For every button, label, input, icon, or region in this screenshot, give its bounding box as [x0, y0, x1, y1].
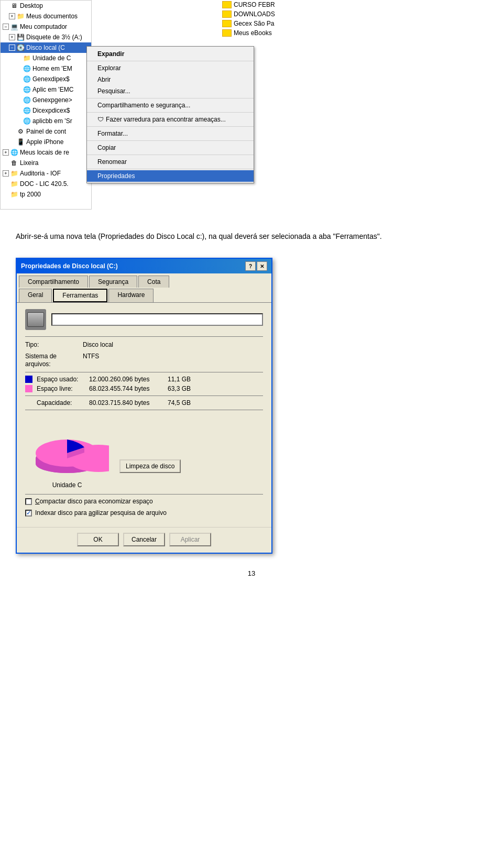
separator-7 [87, 169, 254, 169]
tabs-row-1: Compartilhamento Segurança Cota [17, 273, 271, 288]
capacidade-gb: 74,5 GB [168, 399, 191, 406]
tree-item-aplic[interactable]: 🌐 Aplic em 'EMC [1, 84, 91, 95]
tree-item-genexdipex[interactable]: 🌐 Genexdipex$ [1, 74, 91, 84]
separator-2 [87, 98, 254, 98]
tab-geral[interactable]: Geral [19, 289, 52, 302]
tree-item-auditoria[interactable]: + 📁 Auditoria - IOF [1, 168, 91, 179]
dialog-title: Propriedades de Disco local (C:) [21, 262, 118, 270]
sistema-label: Sistema de arquivos: [25, 353, 83, 368]
tipo-label: Tipo: [25, 341, 83, 348]
folder-item-downloads[interactable]: DOWNLOADS [220, 9, 335, 19]
divider-5 [25, 494, 263, 495]
folder-icon-tp: 📁 [10, 190, 18, 199]
context-menu-abrir[interactable]: Abrir [87, 74, 254, 85]
tipo-value: Disco local [83, 341, 113, 348]
context-menu-copiar[interactable]: Copiar [87, 142, 254, 153]
cancelar-button[interactable]: Cancelar [123, 533, 165, 546]
drive-icon-inner [27, 312, 44, 327]
tab-ferramentas[interactable]: Ferramentas [53, 289, 107, 302]
expand-meu-computador[interactable]: − [3, 24, 9, 30]
aplicar-button[interactable]: Aplicar [169, 533, 211, 546]
folder-item-curso[interactable]: CURSO FEBR [220, 0, 335, 9]
espaco-livre-bytes: 68.023.455.744 bytes [89, 385, 168, 392]
tree-item-genexpgene[interactable]: 🌐 Genexpgene> [1, 95, 91, 105]
espaco-livre-gb: 63,3 GB [168, 385, 191, 392]
tab-hardware[interactable]: Hardware [108, 289, 154, 302]
folder-icon: 📁 [16, 12, 25, 20]
chart-area: Unidade C Limpeza de disco [25, 415, 263, 489]
context-menu-pesquisar[interactable]: Pesquisar... [87, 85, 254, 97]
tree-item-desktop[interactable]: 🖥 Desktop [1, 1, 91, 11]
separator-4 [87, 126, 254, 127]
context-menu-expandir[interactable]: Expandir [87, 48, 254, 60]
tree-item-lixeira[interactable]: 🗑 Lixeira [1, 158, 91, 168]
tree-item-home[interactable]: 🌐 Home em 'EM [1, 63, 91, 74]
tree-item-doc-lic[interactable]: 📁 DOC - LIC 420.5. [1, 179, 91, 189]
close-button[interactable]: ✕ [257, 261, 267, 271]
check-mark: ✓ [26, 510, 31, 517]
sistema-value: NTFS [83, 353, 99, 368]
context-menu-renomear[interactable]: Renomear [87, 156, 254, 168]
tab-compartilhamento[interactable]: Compartilhamento [19, 276, 88, 288]
divider-4 [25, 410, 263, 410]
expand-meus-locais[interactable]: + [3, 149, 9, 156]
tree-item-meus-docs[interactable]: + 📁 Meus documentos [1, 11, 91, 21]
tree-item-painel[interactable]: ⚙ Painel de cont [1, 126, 91, 137]
dialog-content: Tipo: Disco local Sistema de arquivos: N… [17, 302, 271, 527]
used-color-box [25, 376, 32, 383]
separator-1 [87, 61, 254, 61]
dialog-buttons: OK Cancelar Aplicar [17, 527, 271, 553]
folder-item-ebooks[interactable]: Meus eBooks [220, 28, 335, 38]
context-menu-propriedades[interactable]: Propriedades [87, 170, 254, 182]
network-icon: 🌐 [10, 148, 18, 157]
folder-item-gecex[interactable]: Gecex São Pa [220, 19, 335, 28]
folder-icon-ebooks [222, 29, 232, 37]
drive-name-input[interactable] [51, 313, 263, 326]
folder-icon-doc: 📁 [10, 180, 18, 188]
expand-meus-docs[interactable]: + [9, 13, 15, 19]
shield-icon: 🛡 [97, 116, 104, 123]
tree-item-dicexpdicex[interactable]: 🌐 Dicexpdicex$ [1, 105, 91, 116]
tab-cota[interactable]: Cota [138, 276, 169, 288]
tree-item-meu-computador[interactable]: − 💻 Meu computador [1, 21, 91, 32]
espaco-usado-gb: 11,1 GB [168, 376, 191, 383]
compact-checkbox[interactable] [25, 498, 32, 505]
tree-item-unidade-c[interactable]: 📁 Unidade de C [1, 53, 91, 63]
context-menu-explorar[interactable]: Explorar [87, 62, 254, 74]
folder-icon-gecex [222, 20, 232, 27]
expand-auditoria[interactable]: + [3, 170, 9, 177]
tree-item-tp2000[interactable]: 📁 tp 2000 [1, 189, 91, 200]
index-label: Indexar disco para agilizar pesquisa de … [35, 509, 167, 517]
context-menu-compartilhamento[interactable]: Compartilhamento e segurança... [87, 100, 254, 111]
info-row-tipo: Tipo: Disco local [25, 340, 263, 349]
desktop-icon: 🖥 [10, 2, 18, 10]
dialog-titlebar: Propriedades de Disco local (C:) ? ✕ [17, 259, 271, 273]
network-folder-icon-3: 🌐 [23, 85, 31, 94]
space-row-free: Espaço livre: 68.023.455.744 bytes 63,3 … [25, 385, 263, 392]
tree-item-apple-iphone[interactable]: 📱 Apple iPhone [1, 137, 91, 147]
tree-item-disquete[interactable]: + 💾 Disquete de 3½ (A:) [1, 32, 91, 42]
space-row-capacity: Capacidade: 80.023.715.840 bytes 74,5 GB [25, 399, 263, 406]
espaco-usado-label: Espaço usado: [37, 376, 89, 383]
pie-chart [25, 415, 109, 478]
context-menu-formatar[interactable]: Formatar... [87, 128, 254, 139]
ok-button[interactable]: OK [77, 533, 119, 546]
tree-item-disco-local[interactable]: − 💽 Disco local (C [1, 42, 91, 53]
espaco-usado-bytes: 12.000.260.096 bytes [89, 376, 168, 383]
index-checkbox[interactable]: ✓ [25, 510, 32, 517]
expand-disco-local[interactable]: − [9, 45, 15, 51]
help-button[interactable]: ? [245, 261, 256, 271]
network-folder-icon: 🌐 [23, 64, 31, 73]
tabs-row-2: Geral Ferramentas Hardware [17, 288, 271, 302]
expand-disquete[interactable]: + [9, 34, 15, 40]
cleanup-button[interactable]: Limpeza de disco [119, 459, 181, 473]
drive-label: Unidade C [52, 481, 82, 489]
folder-icon-auditoria: 📁 [10, 169, 18, 178]
tree-item-aplicbb[interactable]: 🌐 aplicbb em 'Sr [1, 116, 91, 126]
tab-seguranca[interactable]: Segurança [89, 276, 137, 288]
folder-icon-downloads [222, 10, 232, 18]
context-menu-varredura[interactable]: 🛡 Fazer varredura para encontrar ameaças… [87, 114, 254, 125]
tree-item-meus-locais[interactable]: + 🌐 Meus locais de re [1, 147, 91, 158]
checkbox-row-index: ✓ Indexar disco para agilizar pesquisa d… [25, 509, 263, 517]
harddisk-icon: 💽 [16, 43, 25, 52]
